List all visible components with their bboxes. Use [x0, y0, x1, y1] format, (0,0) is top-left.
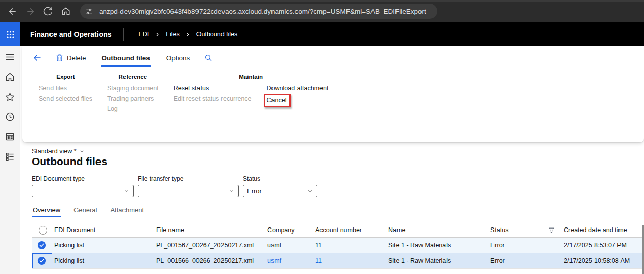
recent-clock-icon[interactable]: [5, 111, 15, 122]
cancel-button[interactable]: Cancel: [264, 94, 291, 107]
action-pane-tab-strip: Delete Outbound files Options: [22, 46, 644, 70]
modules-icon[interactable]: [5, 151, 15, 162]
cell-account-number-link[interactable]: 11: [313, 257, 386, 264]
trading-partners-button: Trading partners: [107, 94, 159, 104]
column-header-label: Status: [490, 226, 508, 234]
favorites-star-icon[interactable]: [5, 92, 15, 102]
chevron-down-icon: [123, 188, 130, 194]
column-header-status[interactable]: Status: [488, 226, 562, 234]
cell-edi-document: Picking list: [52, 257, 154, 264]
edit-reset-status-recurrence-button: Edit reset status recurrence: [174, 94, 252, 104]
breadcrumb-item-files[interactable]: Files: [166, 31, 179, 38]
chevron-down-icon: [79, 149, 85, 154]
group-maintain: Maintain Reset status Edit reset status …: [166, 74, 336, 123]
group-title: Maintain: [174, 74, 329, 80]
app-launcher-waffle-icon[interactable]: [0, 22, 20, 46]
send-files-button: Send files: [39, 83, 92, 94]
cell-created-date: 2/17/2025 10:58:08 AM: [562, 257, 644, 264]
browser-home-icon[interactable]: [58, 3, 74, 19]
tab-general[interactable]: General: [72, 206, 98, 218]
trash-icon: [56, 54, 63, 62]
site-settings-icon[interactable]: [83, 6, 94, 17]
table-row[interactable]: Picking list PL_001567_00267_20250217.xm…: [32, 238, 644, 253]
column-header-account-number[interactable]: Account number: [313, 226, 386, 234]
group-export: Export Send files Send selected files: [32, 74, 100, 123]
select-all-checkbox[interactable]: [32, 222, 52, 238]
home-icon[interactable]: [5, 72, 15, 82]
send-selected-files-button: Send selected files: [39, 94, 92, 104]
cell-company-link[interactable]: usmf: [265, 257, 313, 264]
browser-refresh-icon[interactable]: [40, 3, 56, 19]
page-title: Outbound files: [32, 155, 644, 168]
staging-document-button: Staging document: [107, 83, 159, 94]
back-arrow-icon[interactable]: [33, 53, 42, 62]
cell-account-number: 11: [313, 242, 386, 249]
page-content: Delete Outbound files Options Export Sen…: [20, 46, 644, 274]
filter-edi-document-type: EDI Document type: [32, 175, 134, 197]
column-header-name[interactable]: Name: [386, 226, 488, 234]
browser-toolbar: anzpd-dev30migv2bfc0643f4b89722cdevaos.a…: [0, 0, 644, 22]
table-row[interactable]: Picking list PL_001566_00266_20250217.xm…: [32, 253, 644, 268]
navbar-divider: [123, 28, 124, 41]
group-title: Reference: [107, 74, 159, 80]
tab-outbound-files[interactable]: Outbound files: [101, 46, 151, 70]
edi-document-type-combobox[interactable]: [32, 185, 134, 197]
file-transfer-type-combobox[interactable]: [138, 185, 239, 197]
checkbox-circle: [39, 226, 47, 235]
status-combobox[interactable]: Error: [243, 185, 317, 197]
column-header-edi-document[interactable]: EDI Document: [52, 226, 154, 234]
browser-back-icon[interactable]: [4, 3, 20, 19]
tab-attachment[interactable]: Attachment: [109, 206, 145, 218]
page-header: Standard view * Outbound files: [32, 148, 644, 168]
cell-name: Site 1 - Raw Materials: [386, 257, 488, 264]
group-title: Export: [39, 74, 92, 80]
app-title[interactable]: Finance and Operations: [30, 30, 111, 38]
download-attachment-button[interactable]: Download attachment: [267, 83, 329, 94]
column-header-created-date[interactable]: Created date and time: [562, 226, 644, 234]
url-text: anzpd-dev30migv2bfc0643f4b89722cdevaos.a…: [99, 8, 426, 15]
cell-company: usmf: [265, 242, 313, 249]
field-label: EDI Document type: [32, 175, 134, 182]
column-header-file-name[interactable]: File name: [154, 226, 265, 234]
checked-circle-icon: [37, 241, 46, 250]
breadcrumb-item-outbound-files[interactable]: Outbound files: [196, 31, 238, 38]
view-selector-label: Standard view *: [32, 148, 77, 155]
workspaces-icon[interactable]: [5, 131, 15, 142]
app-navbar: Finance and Operations EDI Files Outboun…: [0, 22, 644, 46]
cell-edi-document: Picking list: [52, 242, 154, 249]
log-button: Log: [107, 104, 159, 114]
filter-file-transfer-type: File transfer type: [138, 175, 239, 197]
checked-circle-icon: [37, 256, 46, 265]
tab-options[interactable]: Options: [165, 46, 191, 70]
delete-button[interactable]: Delete: [56, 54, 86, 62]
toolbar-divider: [49, 52, 49, 63]
cell-status: Error: [488, 242, 562, 249]
field-label: Status: [243, 175, 317, 182]
delete-label: Delete: [67, 54, 86, 62]
grid-header-row: EDI Document File name Company Account n…: [32, 222, 644, 238]
cell-created-date: 2/17/2025 8:53:07 PM: [562, 242, 644, 249]
search-icon[interactable]: [204, 54, 212, 62]
field-label: File transfer type: [138, 175, 239, 182]
action-pane-groups: Export Send files Send selected files Re…: [22, 70, 644, 123]
cell-file-name: PL_001566_00266_20250217.xml: [154, 257, 265, 264]
cell-status: Error: [488, 257, 562, 264]
reset-status-button[interactable]: Reset status: [174, 83, 252, 94]
tab-overview[interactable]: Overview: [32, 206, 61, 218]
row-checkbox[interactable]: [32, 253, 52, 268]
filter-funnel-icon[interactable]: [548, 227, 555, 234]
filter-status: Status Error: [243, 175, 317, 197]
view-selector[interactable]: Standard view *: [32, 148, 85, 155]
row-checkbox[interactable]: [32, 238, 52, 253]
breadcrumb: EDI Files Outbound files: [138, 31, 237, 38]
menu-icon[interactable]: [5, 52, 15, 62]
filter-row: EDI Document type File transfer type: [32, 175, 644, 197]
breadcrumb-item-edi[interactable]: EDI: [138, 31, 149, 38]
action-pane: Delete Outbound files Options Export Sen…: [22, 46, 644, 142]
browser-forward-icon[interactable]: [22, 3, 38, 19]
grid-bottom-border: [32, 268, 644, 269]
address-bar[interactable]: anzpd-dev30migv2bfc0643f4b89722cdevaos.a…: [80, 4, 437, 19]
column-header-company[interactable]: Company: [265, 226, 313, 234]
chevron-right-icon: [185, 32, 191, 37]
chevron-down-icon: [307, 188, 313, 194]
